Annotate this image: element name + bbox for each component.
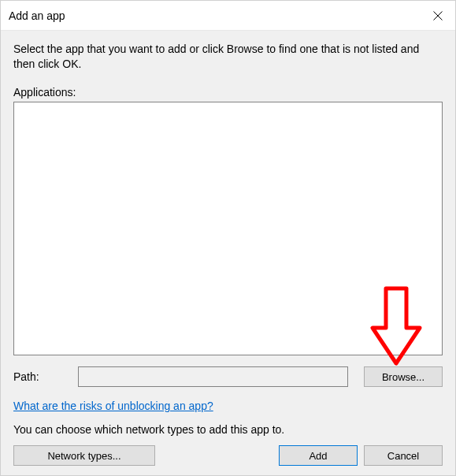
titlebar: Add an app [1,1,455,31]
applications-label: Applications: [13,86,443,99]
window-title: Add an app [9,9,65,22]
bottom-button-row: Network types... Add Cancel [13,445,443,466]
cancel-button[interactable]: Cancel [364,445,443,466]
browse-button[interactable]: Browse... [364,366,443,387]
path-input[interactable] [78,366,348,387]
instruction-text: Select the app that you want to add or c… [13,42,443,72]
network-types-text: You can choose which network types to ad… [13,423,443,436]
add-app-dialog: Add an app Select the app that you want … [0,0,456,476]
network-types-button[interactable]: Network types... [13,445,155,466]
risks-link[interactable]: What are the risks of unblocking an app? [13,400,443,412]
dialog-content: Select the app that you want to add or c… [1,31,455,475]
path-row: Path: Browse... [13,366,443,387]
close-icon [433,11,443,20]
close-button[interactable] [420,1,455,31]
path-label: Path: [13,370,62,383]
applications-listbox[interactable] [13,102,443,355]
add-button[interactable]: Add [279,445,358,466]
